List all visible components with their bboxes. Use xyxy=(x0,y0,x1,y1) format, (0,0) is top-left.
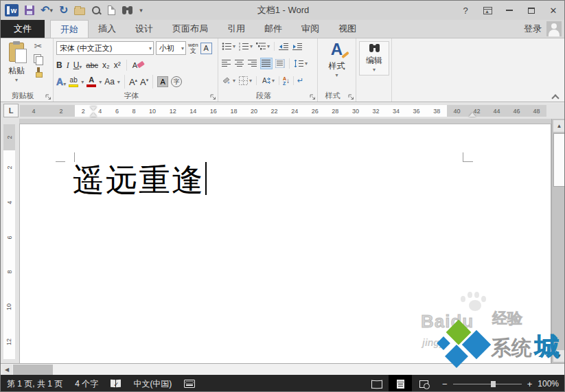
find-icon[interactable] xyxy=(122,6,133,14)
minimize-button[interactable] xyxy=(500,3,519,18)
chevron-down-icon[interactable]: ▾ xyxy=(81,79,84,85)
copy-icon[interactable] xyxy=(34,54,43,64)
right-indent-marker[interactable] xyxy=(469,113,476,117)
zoom-in-button[interactable]: + xyxy=(527,379,533,389)
horizontal-ruler[interactable]: 42 2468101214161820222426283032343638 40… xyxy=(20,105,546,117)
redo-icon[interactable]: ↻ xyxy=(59,5,68,16)
document-text[interactable]: 遥远重逢 xyxy=(73,160,207,201)
justify-icon[interactable] xyxy=(260,58,273,69)
chevron-down-icon[interactable]: ▾ xyxy=(335,72,338,78)
tab-references[interactable]: 引用 xyxy=(218,20,255,38)
align-right-icon[interactable] xyxy=(247,58,258,69)
chevron-down-icon[interactable]: ▾ xyxy=(249,78,252,84)
styles-button[interactable]: A 样式 ▾ xyxy=(318,41,356,78)
grow-font-button[interactable]: A▴ xyxy=(129,77,137,87)
word-count[interactable]: 4 个字 xyxy=(69,375,104,392)
strikethrough-button[interactable]: abc xyxy=(86,61,98,69)
collapse-ribbon-icon[interactable] xyxy=(552,95,559,99)
vertical-ruler[interactable]: 2 24681012 xyxy=(1,119,19,363)
change-case-button[interactable]: Aa xyxy=(104,77,115,87)
format-painter-icon[interactable] xyxy=(34,67,43,77)
borders-icon[interactable]: ▾ xyxy=(238,76,253,86)
sign-in[interactable]: 登录 xyxy=(524,20,565,38)
scroll-up-icon[interactable]: ▲ xyxy=(553,120,565,132)
underline-button[interactable]: U xyxy=(73,60,80,70)
customize-qat-icon[interactable]: ▾ xyxy=(139,7,143,14)
print-layout-button[interactable] xyxy=(389,375,412,392)
superscript-button[interactable]: x² xyxy=(114,60,121,70)
horizontal-scrollbar[interactable]: ◀ xyxy=(1,363,565,375)
help-button[interactable]: ? xyxy=(456,3,475,18)
zoom-slider[interactable] xyxy=(453,384,522,384)
chevron-down-icon[interactable]: ▾ xyxy=(267,43,270,49)
input-mode-icon[interactable] xyxy=(178,375,201,392)
italic-button[interactable]: I xyxy=(67,60,69,71)
align-center-icon[interactable] xyxy=(234,58,245,69)
shading-icon[interactable]: ▾ xyxy=(221,76,236,86)
character-shading-icon[interactable]: A xyxy=(157,76,168,87)
font-name-combo[interactable]: 宋体 (中文正文) ▾ xyxy=(56,41,154,55)
web-layout-button[interactable] xyxy=(412,375,435,392)
chevron-down-icon[interactable]: ▾ xyxy=(233,78,235,84)
tab-selector[interactable]: L xyxy=(3,104,19,117)
tab-view[interactable]: 视图 xyxy=(329,20,366,38)
bullets-icon[interactable]: ▾ xyxy=(221,41,236,51)
chevron-down-icon[interactable]: ▾ xyxy=(233,43,235,49)
tab-design[interactable]: 设计 xyxy=(126,20,163,38)
paste-button[interactable]: 粘贴 ▾ xyxy=(3,41,30,91)
scroll-down-icon[interactable]: ▼ xyxy=(553,350,565,362)
new-document-icon[interactable] xyxy=(108,5,115,15)
align-left-icon[interactable] xyxy=(221,58,232,69)
page-indicator[interactable]: 第 1 页, 共 1 页 xyxy=(1,375,69,392)
paragraph-dialog-launcher-icon[interactable] xyxy=(310,94,316,100)
chevron-down-icon[interactable]: ▾ xyxy=(250,43,253,49)
vertical-scroll-thumb[interactable] xyxy=(553,133,565,187)
read-mode-button[interactable] xyxy=(365,375,389,392)
hanging-indent-marker[interactable] xyxy=(90,113,97,117)
character-border-icon[interactable]: A xyxy=(200,43,212,54)
chevron-down-icon[interactable]: ▾ xyxy=(272,78,275,84)
increase-indent-icon[interactable] xyxy=(292,42,303,51)
zoom-percentage[interactable]: 100% xyxy=(538,379,559,389)
highlight-color-icon[interactable]: ab xyxy=(69,77,78,87)
chevron-down-icon[interactable]: ▾ xyxy=(305,60,308,67)
chevron-down-icon[interactable]: ▾ xyxy=(117,79,120,85)
phonetic-guide-icon[interactable]: wén 文 xyxy=(188,43,198,54)
enclose-characters-icon[interactable]: 字 xyxy=(171,76,182,87)
paste-dropdown-icon[interactable]: ▾ xyxy=(15,77,18,83)
cut-icon[interactable]: ✂ xyxy=(34,41,43,51)
undo-icon[interactable]: ↶▾ xyxy=(41,5,53,16)
font-dialog-launcher-icon[interactable] xyxy=(210,94,216,100)
vertical-scrollbar[interactable]: ▲ ▼ xyxy=(551,119,565,363)
ribbon-display-options-button[interactable] xyxy=(478,3,497,18)
chevron-down-icon[interactable]: ▾ xyxy=(99,79,102,85)
line-spacing-icon[interactable]: ▾ xyxy=(293,58,308,69)
underline-dropdown-icon[interactable]: ▾ xyxy=(79,64,82,70)
asian-layout-icon[interactable]: A ▾ xyxy=(260,76,275,86)
tab-review[interactable]: 审阅 xyxy=(292,20,329,38)
distribute-icon[interactable] xyxy=(275,58,286,69)
close-button[interactable]: ✕ xyxy=(544,3,563,18)
horizontal-scroll-thumb[interactable] xyxy=(13,365,53,375)
chevron-down-icon[interactable]: ▾ xyxy=(147,45,152,51)
tab-file[interactable]: 文件 xyxy=(1,20,45,38)
decrease-indent-icon[interactable] xyxy=(278,42,290,51)
numbering-icon[interactable]: ▾ xyxy=(238,41,253,51)
tab-home[interactable]: 开始 xyxy=(50,20,89,38)
multilevel-list-icon[interactable]: ▾ xyxy=(255,41,270,51)
editing-button[interactable]: 编辑 ▾ xyxy=(359,41,389,76)
tab-mailings[interactable]: 邮件 xyxy=(255,20,292,38)
styles-dialog-launcher-icon[interactable] xyxy=(348,94,354,100)
bold-button[interactable]: B xyxy=(56,60,62,70)
show-hide-marks-icon[interactable]: ↵ xyxy=(297,76,303,85)
language-indicator[interactable]: 中文(中国) xyxy=(127,375,178,392)
save-icon[interactable] xyxy=(25,5,34,15)
shrink-font-button[interactable]: A▾ xyxy=(140,77,148,87)
chevron-down-icon[interactable]: ▾ xyxy=(373,67,376,73)
proofing-icon[interactable]: ✓ xyxy=(104,375,127,392)
font-size-combo[interactable]: 小初 ▾ xyxy=(156,41,186,55)
clipboard-dialog-launcher-icon[interactable] xyxy=(45,94,51,100)
zoom-slider-thumb[interactable] xyxy=(491,381,496,387)
scroll-left-icon[interactable]: ◀ xyxy=(1,365,12,375)
font-color-icon[interactable]: A xyxy=(87,76,96,87)
